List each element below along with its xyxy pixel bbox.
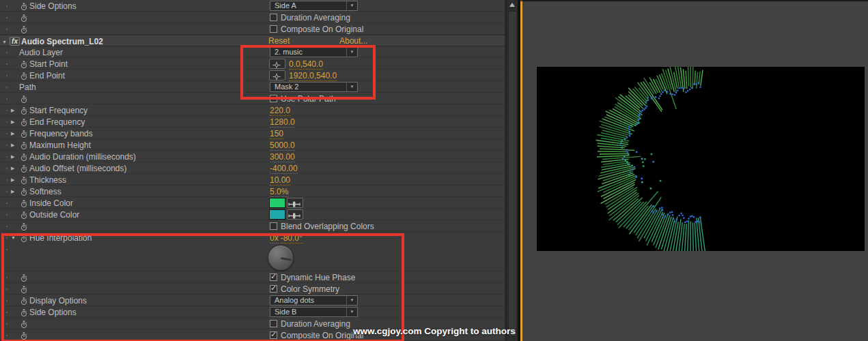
row-start-point: Start Point0.0,540.0 [0, 58, 505, 70]
param-value[interactable]: -400.00 [270, 164, 298, 173]
expander-down-icon[interactable]: ▼ [2, 39, 7, 45]
expander-right-icon[interactable]: ▶ [11, 188, 14, 194]
row-dot [6, 277, 8, 278]
param-label: Display Options [29, 296, 87, 306]
row-dot [6, 63, 8, 65]
color-swatch-inside-color[interactable] [269, 198, 285, 208]
param-value[interactable]: 220.0 [270, 106, 290, 115]
expander-right-icon[interactable]: ▶ [11, 142, 14, 148]
row-audio-offset-milliseconds: ▶Audio Offset (milliseconds)-400.00 [0, 162, 505, 174]
audio-spectrum-visualization [537, 67, 865, 251]
scrollbar[interactable] [506, 0, 518, 341]
dropdown-arrow-icon: ▼ [346, 296, 357, 305]
checkbox-label: Duration Averaging [281, 13, 350, 23]
checkbox-composite-on-original[interactable] [270, 25, 277, 33]
row-dot [6, 249, 8, 250]
checkbox-use-polar-path[interactable] [270, 95, 277, 102]
checkbox-composite-on-original[interactable]: ✓ [270, 331, 277, 339]
checkbox-duration-averaging[interactable] [270, 14, 277, 21]
degrees-text[interactable]: -80.0° [281, 233, 303, 243]
row-side-options: Side OptionsSide A▼ [0, 0, 505, 12]
row-dial-dial [0, 243, 505, 271]
row-dot [6, 145, 8, 146]
row-dot [6, 288, 8, 290]
checkbox-dynamic-hue-phase[interactable]: ✓ [270, 273, 277, 281]
row-dot [6, 52, 8, 53]
value-text[interactable]: 220.0 [270, 106, 290, 116]
checkbox-color-symmetry[interactable]: ✓ [270, 285, 277, 293]
color-slider-button[interactable] [287, 209, 303, 220]
row-dot [6, 191, 8, 192]
effect-header-audio-spectrum-l02: ▼fxAudio Spectrum_L02ResetAbout... [0, 35, 505, 46]
composition-viewport[interactable] [537, 67, 865, 251]
param-value[interactable]: 150 [270, 129, 283, 138]
param-value[interactable]: 300.00 [270, 152, 295, 162]
expander-right-icon[interactable]: ▶ [11, 165, 14, 171]
row-duration-averaging: Duration Averaging [0, 12, 505, 23]
about-link[interactable]: About... [339, 37, 367, 46]
effect-title: Audio Spectrum_L02 [21, 37, 103, 46]
param-value[interactable]: 10.00 [270, 175, 290, 185]
expander-down-icon[interactable]: ▼ [11, 235, 16, 241]
value-text[interactable]: 0.0,540.0 [289, 59, 323, 70]
row-dot [6, 203, 8, 204]
checkbox-label: Dynamic Hue Phase [281, 273, 355, 282]
expander-right-icon[interactable]: ▶ [11, 107, 14, 113]
param-value[interactable]: 5.0% [270, 187, 288, 196]
value-text[interactable]: 5000.0 [270, 140, 295, 151]
row-dot [6, 300, 8, 301]
revolutions-text[interactable]: 0x [270, 233, 279, 243]
stopwatch-icon[interactable] [20, 331, 27, 341]
reset-link[interactable]: Reset [268, 37, 290, 46]
row-dot [6, 110, 8, 111]
value-text[interactable]: 5.0% [270, 187, 288, 197]
param-label: Audio Offset (milliseconds) [29, 164, 127, 173]
param-value[interactable]: 1920.0,540.0 [289, 71, 337, 80]
checkbox-label: Blend Overlapping Colors [281, 222, 374, 231]
value-text[interactable]: 1920.0,540.0 [289, 71, 337, 81]
expander-right-icon[interactable]: ▶ [11, 153, 14, 160]
dropdown-path[interactable]: Mask 2▼ [270, 82, 358, 92]
checkbox-duration-averaging[interactable] [270, 320, 277, 327]
value-text[interactable]: 150 [270, 129, 283, 139]
dropdown-audio-layer[interactable]: 2. music▼ [270, 47, 358, 57]
expander-right-icon[interactable]: ▶ [11, 130, 14, 136]
value-text[interactable]: 1280.0 [270, 117, 295, 128]
crosshair-button[interactable] [269, 59, 285, 69]
checkbox-blend-overlapping-colors[interactable] [270, 222, 277, 230]
value-text[interactable]: -400.00 [270, 164, 298, 174]
param-label: Side Options [29, 308, 76, 317]
row-dot [6, 226, 8, 227]
value-text[interactable]: 10.00 [270, 175, 290, 186]
expander-right-icon[interactable]: ▶ [11, 177, 14, 183]
dropdown-side-options[interactable]: Side A▼ [270, 1, 358, 11]
row-side-options: Side OptionsSide B▼ [0, 306, 505, 318]
hue-interpolation-dial[interactable] [268, 245, 294, 271]
param-label: Audio Layer [19, 48, 63, 57]
color-slider-button[interactable] [287, 198, 303, 208]
crosshair-button[interactable] [269, 70, 285, 80]
param-value[interactable]: 5000.0 [270, 140, 295, 150]
watermark: www.cgjoy.com Copyright to authors [353, 326, 516, 336]
dropdown-arrow-icon: ▼ [346, 308, 357, 316]
checkbox-label: Color Symmetry [281, 284, 339, 294]
checkbox-label: Duration Averaging [281, 319, 350, 329]
scrollbar-thumb[interactable] [508, 11, 517, 337]
dropdown-side-options[interactable]: Side B▼ [270, 307, 358, 317]
param-value[interactable]: 0x-80.0° [270, 233, 303, 243]
checkmark-icon: ✓ [270, 272, 277, 281]
color-swatch-outside-color[interactable] [269, 209, 285, 220]
param-value[interactable]: 0.0,540.0 [289, 59, 323, 69]
param-value[interactable]: 1280.0 [270, 117, 295, 127]
row-dot [6, 312, 8, 313]
param-label: End Frequency [29, 117, 85, 127]
scroll-up-icon[interactable] [509, 3, 515, 7]
value-text[interactable]: 300.00 [270, 152, 295, 162]
row-softness: ▶Softness5.0% [0, 186, 505, 197]
expander-right-icon[interactable]: ▶ [11, 119, 14, 125]
row-dot [6, 17, 8, 18]
row-color-symmetry: ✓Color Symmetry [0, 283, 505, 295]
row-audio-duration-milliseconds: ▶Audio Duration (milliseconds)300.00 [0, 151, 505, 162]
row-inside-color: Inside Color [0, 197, 505, 209]
dropdown-display-options[interactable]: Analog dots▼ [270, 295, 358, 306]
